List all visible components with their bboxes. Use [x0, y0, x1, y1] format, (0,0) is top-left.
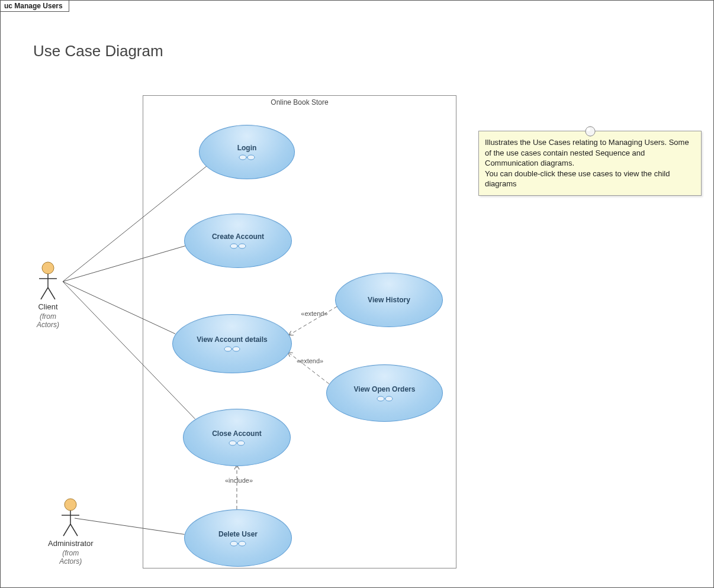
usecase-close[interactable]: Close Account [183, 409, 291, 466]
svg-point-13 [230, 244, 237, 248]
svg-point-5 [65, 499, 76, 511]
usecase-label: View Open Orders [354, 385, 416, 393]
svg-point-26 [239, 541, 246, 546]
nested-diagram-icon [229, 541, 247, 547]
diagram-title: Use Case Diagram [33, 42, 163, 60]
diagram-tab-label: uc Manage Users [4, 2, 63, 10]
svg-point-19 [377, 396, 384, 401]
actor-name: Administrator [48, 539, 94, 548]
note-line: Illustrates the Use Cases relating to Ma… [485, 137, 695, 169]
usecase-delete[interactable]: Delete User [184, 509, 292, 567]
actor-stereotype: (fromActors) [36, 312, 60, 329]
usecase-viewopen[interactable]: View Open Orders [326, 364, 443, 422]
relationship-label: «include» [225, 477, 253, 484]
system-boundary-label: Online Book Store [143, 98, 456, 106]
svg-point-20 [385, 396, 393, 401]
usecase-label: Login [237, 144, 257, 152]
svg-point-0 [42, 262, 54, 274]
usecase-viewacct[interactable]: View Account details [172, 314, 292, 373]
svg-line-9 [70, 524, 78, 536]
usecase-label: View Account details [197, 335, 267, 344]
actor-name: Client [36, 302, 60, 311]
svg-line-8 [63, 524, 70, 536]
svg-point-22 [229, 441, 236, 445]
pin-icon [584, 125, 596, 137]
usecase-login[interactable]: Login [199, 125, 295, 179]
svg-point-30 [587, 128, 590, 131]
actor-admin[interactable]: Administrator (fromActors) [48, 497, 94, 566]
actor-stereotype: (fromActors) [48, 549, 94, 566]
relationship-label: «extend» [297, 357, 323, 364]
nested-diagram-icon [229, 243, 247, 249]
svg-line-3 [41, 287, 48, 299]
relationship-label: «extend» [301, 310, 327, 317]
usecase-label: View History [368, 296, 410, 304]
actor-client[interactable]: Client (fromActors) [36, 261, 60, 329]
nested-diagram-icon [223, 346, 241, 352]
svg-point-29 [586, 127, 595, 136]
svg-point-23 [237, 441, 245, 445]
usecase-label: Create Account [212, 232, 264, 241]
diagram-frame: uc Manage Users Use Case Diagram Online … [0, 0, 714, 588]
svg-line-4 [48, 287, 55, 299]
diagram-tab: uc Manage Users [0, 0, 69, 12]
svg-point-14 [239, 244, 246, 248]
nested-diagram-icon [376, 396, 394, 402]
diagram-note[interactable]: Illustrates the Use Cases relating to Ma… [478, 131, 702, 196]
usecase-viewhist[interactable]: View History [335, 273, 443, 327]
usecase-create[interactable]: Create Account [184, 214, 292, 268]
usecase-label: Close Account [212, 429, 262, 438]
usecase-label: Delete User [218, 530, 258, 538]
svg-point-16 [224, 347, 231, 351]
svg-point-17 [233, 347, 240, 351]
nested-diagram-icon [228, 440, 246, 446]
nested-diagram-icon [238, 154, 256, 160]
note-line: You can double-click these use cases to … [485, 169, 695, 189]
svg-point-11 [247, 155, 255, 160]
svg-point-25 [230, 541, 237, 546]
svg-point-10 [239, 155, 246, 160]
